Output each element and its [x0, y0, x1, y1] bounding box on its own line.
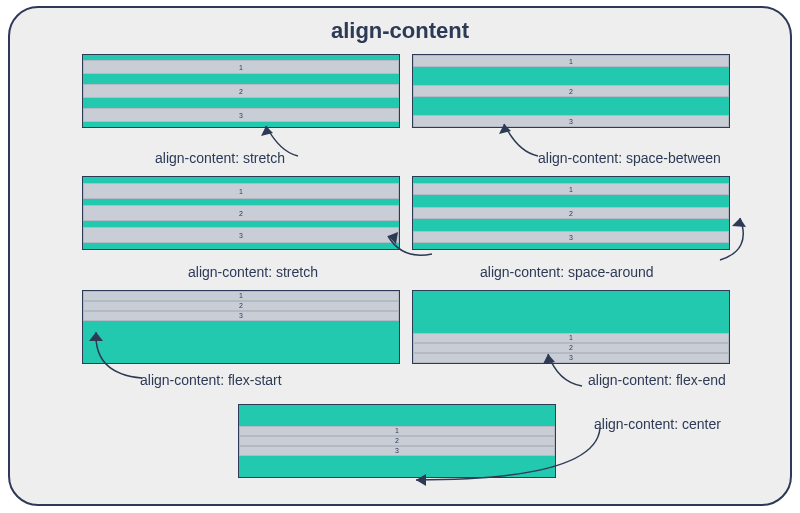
- diagram-frame: align-content 1 2 3 align-content: stret…: [8, 6, 792, 506]
- flex-item: 2: [413, 85, 729, 97]
- flex-item: 1: [239, 426, 555, 436]
- flex-item: 1: [413, 183, 729, 195]
- caption: align-content: center: [594, 416, 721, 432]
- caption: align-content: stretch: [155, 150, 285, 166]
- demo-center: 1 2 3: [238, 404, 556, 478]
- flex-item: 3: [413, 115, 729, 127]
- caption: align-content: flex-end: [588, 372, 726, 388]
- demo-flex-start: 1 2 3: [82, 290, 400, 364]
- flex-item: 3: [83, 227, 399, 243]
- flex-item: 3: [239, 446, 555, 456]
- demo-space-between: 1 2 3: [412, 54, 730, 128]
- flex-item: 1: [83, 60, 399, 74]
- page-title: align-content: [10, 18, 790, 44]
- flex-item: 3: [83, 108, 399, 122]
- flex-item: 2: [83, 84, 399, 98]
- svg-marker-3: [732, 218, 746, 227]
- flex-item: 2: [413, 343, 729, 353]
- demo-flex-end: 1 2 3: [412, 290, 730, 364]
- demo-stretch-2: 1 2 3: [82, 176, 400, 250]
- flex-item: 1: [413, 55, 729, 67]
- caption: align-content: space-between: [538, 150, 721, 166]
- flex-item: 3: [413, 353, 729, 363]
- flex-item: 1: [83, 183, 399, 199]
- demo-space-around: 1 2 3: [412, 176, 730, 250]
- demo-stretch-1: 1 2 3: [82, 54, 400, 128]
- caption: align-content: stretch: [188, 264, 318, 280]
- flex-item: 1: [83, 291, 399, 301]
- flex-item: 3: [413, 231, 729, 243]
- flex-item: 3: [83, 311, 399, 321]
- flex-item: 2: [83, 205, 399, 221]
- flex-item: 2: [413, 207, 729, 219]
- flex-item: 2: [83, 301, 399, 311]
- caption: align-content: space-around: [480, 264, 654, 280]
- caption: align-content: flex-start: [140, 372, 282, 388]
- flex-item: 1: [413, 333, 729, 343]
- flex-item: 2: [239, 436, 555, 446]
